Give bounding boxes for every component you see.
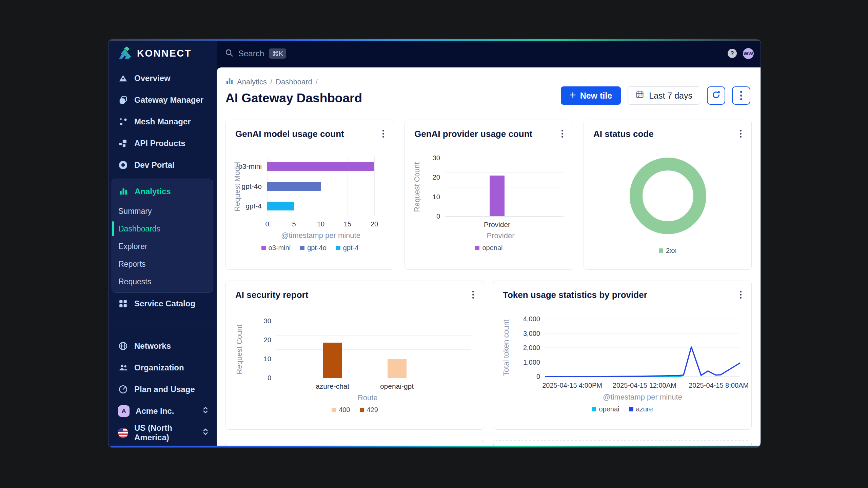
org-label: Acme Inc. xyxy=(136,406,174,416)
legend-label: openai xyxy=(482,244,502,252)
breadcrumb-chart-icon xyxy=(225,77,234,87)
subitem-label: Dashboards xyxy=(118,224,160,233)
kong-mark-icon xyxy=(118,73,128,83)
region-switcher[interactable]: US (North America) xyxy=(108,422,217,444)
legend-item: gpt-4 xyxy=(336,244,359,252)
logo[interactable]: KONNECT xyxy=(108,39,217,67)
refresh-icon xyxy=(711,90,721,101)
sidebar-subitem-explorer[interactable]: Explorer xyxy=(112,238,213,255)
gateway-manager-icon xyxy=(118,95,128,105)
global-search[interactable]: Search ⌘K xyxy=(225,48,286,59)
search-icon xyxy=(225,48,234,59)
y-tick-label: 10 xyxy=(226,355,271,363)
donut-ring xyxy=(630,158,706,234)
legend-swatch xyxy=(592,407,596,411)
sidebar-subitem-requests[interactable]: Requests xyxy=(112,273,213,290)
sidebar-item-plan-and-usage[interactable]: Plan and Usage xyxy=(108,379,217,400)
legend-item: 2xx xyxy=(659,247,676,255)
subitem-label: Explorer xyxy=(118,242,147,251)
y-tick-label: 3,000 xyxy=(493,329,540,337)
sidebar-item-networks[interactable]: Networks xyxy=(108,335,217,357)
y-category-label: o3-mini xyxy=(238,162,262,170)
x-axis-title: @timestamp per minute xyxy=(603,393,682,402)
new-tile-button[interactable]: + New tile xyxy=(561,86,621,105)
sidebar-item-label: Networks xyxy=(134,341,171,351)
bar xyxy=(267,202,294,210)
chart-genai-model-usage-count: 05101520o3-minigpt-4ogpt-4@timestamp per… xyxy=(226,120,394,269)
sidebar-subitem-reports[interactable]: Reports xyxy=(112,255,213,273)
y-axis-title: Total token count xyxy=(502,320,511,376)
x-category-label: azure-chat xyxy=(316,382,349,390)
kebab-icon xyxy=(740,91,742,100)
gridline xyxy=(276,378,471,378)
sidebar-subitem-summary[interactable]: Summary xyxy=(112,202,213,220)
legend-label: openai xyxy=(599,405,619,413)
service-catalog-icon xyxy=(118,299,128,309)
sidebar-subitem-dashboards[interactable]: Dashboards xyxy=(112,220,213,238)
bar xyxy=(267,162,374,171)
sidebar-item-label: Organization xyxy=(134,363,184,372)
y-category-label: gpt-4 xyxy=(245,202,262,210)
refresh-button[interactable] xyxy=(707,86,725,105)
bar xyxy=(388,359,407,378)
chart-legend: openai xyxy=(405,244,573,252)
chevron-up-down-icon xyxy=(202,406,209,416)
card-ai-security-report: AI security report 0102030azure-chatopen… xyxy=(225,281,484,430)
chevron-up-down-icon xyxy=(202,427,209,438)
breadcrumb-analytics[interactable]: Analytics xyxy=(237,78,267,86)
legend-swatch xyxy=(300,246,304,250)
window-top-gradient-border xyxy=(108,39,761,41)
sidebar-item-overview[interactable]: Overview xyxy=(108,67,217,89)
y-tick-label: 10 xyxy=(405,193,440,201)
kong-logo-icon xyxy=(117,45,132,62)
sidebar-nav: Overview Gateway Manager Mesh Manager AP… xyxy=(108,67,217,448)
legend-swatch xyxy=(261,246,266,250)
subitem-label: Reports xyxy=(118,260,146,269)
help-button[interactable]: ? xyxy=(728,49,737,58)
breadcrumb: Analytics / Dashboard / xyxy=(225,77,362,87)
y-tick-label: 4,000 xyxy=(493,315,540,323)
legend-item: openai xyxy=(475,244,502,252)
time-range-select[interactable]: Last 7 days xyxy=(628,86,700,105)
legend-label: o3-mini xyxy=(269,244,291,252)
legend-item: o3-mini xyxy=(261,244,291,252)
sidebar-item-label: Mesh Manager xyxy=(134,117,191,126)
sidebar-item-analytics[interactable]: Analytics xyxy=(112,181,213,202)
globe-icon xyxy=(118,341,128,351)
sidebar-item-gateway-manager[interactable]: Gateway Manager xyxy=(108,89,217,111)
breadcrumb-dashboard[interactable]: Dashboard xyxy=(276,78,312,86)
gridline xyxy=(276,349,471,350)
y-axis-title: Request Model xyxy=(233,161,242,211)
org-switcher[interactable]: A Acme Inc. xyxy=(108,400,217,422)
gridline xyxy=(445,158,564,158)
title-block: Analytics / Dashboard / AI Gateway Dashb… xyxy=(225,77,362,105)
sidebar: KONNECT Overview Gateway Manager Mesh Ma… xyxy=(108,39,217,448)
x-tick-label: 20 xyxy=(371,220,378,228)
x-tick-label: 15 xyxy=(344,220,351,228)
legend-swatch xyxy=(336,246,340,250)
sidebar-item-dev-portal[interactable]: Dev Portal xyxy=(108,154,217,176)
sidebar-item-label: Analytics xyxy=(135,187,171,196)
x-category-label: openai-gpt xyxy=(380,382,414,390)
x-tick-label: 2025-04-15 4:00PM xyxy=(542,382,602,389)
sidebar-item-organization[interactable]: Organization xyxy=(108,357,217,379)
y-tick-label: 2,000 xyxy=(493,344,540,352)
gridline xyxy=(445,172,564,173)
subitem-label: Summary xyxy=(118,207,152,216)
dashboard-menu-button[interactable] xyxy=(732,86,750,105)
legend-swatch xyxy=(659,248,663,253)
top-header: Search ⌘K ? WW xyxy=(217,39,761,67)
user-avatar[interactable]: WW xyxy=(743,48,754,59)
legend-swatch xyxy=(475,246,479,250)
sidebar-item-mesh-manager[interactable]: Mesh Manager xyxy=(108,111,217,133)
y-axis-title: Request Count xyxy=(413,162,421,212)
x-axis-title: Provider xyxy=(487,231,515,240)
legend-label: 400 xyxy=(339,406,350,414)
sidebar-item-api-products[interactable]: API Products xyxy=(108,133,217,154)
sidebar-item-service-catalog[interactable]: Service Catalog xyxy=(108,293,217,314)
gridline xyxy=(276,321,471,321)
y-tick-label: 0 xyxy=(405,212,440,220)
analytics-section: Analytics Summary Dashboards Explorer Re… xyxy=(112,179,213,293)
cards-row-2: AI security report 0102030azure-chatopen… xyxy=(225,281,750,430)
y-tick-label: 0 xyxy=(493,373,540,381)
